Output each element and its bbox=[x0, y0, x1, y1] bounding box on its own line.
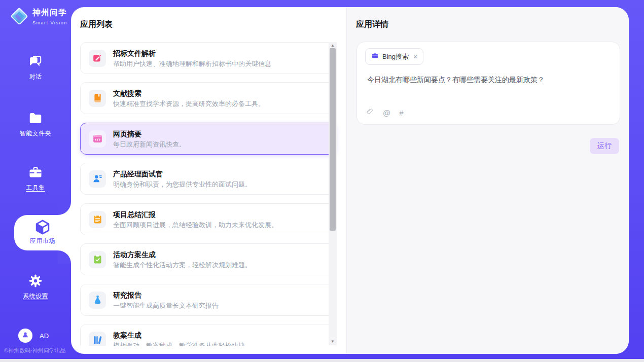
tag-close-icon[interactable]: × bbox=[413, 53, 417, 61]
sidebar-item-label: 智能文件夹 bbox=[0, 129, 71, 138]
app-card-literature-search[interactable]: 文献搜索 快速精准查找学术资源，提高研究效率的必备工具。 bbox=[80, 82, 336, 114]
sidebar-item-label: 工具集 bbox=[0, 184, 71, 192]
app-card-title: 教案生成 bbox=[113, 331, 245, 340]
app-card-lesson-plan[interactable]: 教案生成 模板驱动，教案秒成，教学准备从此轻松快捷 bbox=[80, 324, 336, 346]
app-card-title: 文献搜索 bbox=[113, 89, 265, 98]
app-card-title: 产品经理面试官 bbox=[113, 169, 252, 178]
interviewer-icon bbox=[89, 170, 106, 188]
app-card-desc: 一键智能生成高质量长文本研究报告 bbox=[113, 302, 219, 310]
app-card-desc: 快速精准查找学术资源，提高研究效率的必备工具。 bbox=[113, 100, 265, 108]
app-list-section: 应用列表 招标文件解析 帮助用户快速、准确地理解和解析招标书中的关键信息 文献搜… bbox=[71, 7, 346, 354]
sidebar-item-label: 对话 bbox=[0, 73, 71, 81]
brand: 神州问学 Smart Vision bbox=[9, 6, 71, 28]
app-card-desc: 智能生成个性化活动方案，轻松解决规划难题。 bbox=[113, 261, 252, 269]
sidebar-item-chat[interactable]: 对话 bbox=[0, 54, 71, 81]
app-list: 招标文件解析 帮助用户快速、准确地理解和解析招标书中的关键信息 文献搜索 快速精… bbox=[71, 38, 346, 346]
scroll-down-icon[interactable]: ▼ bbox=[329, 339, 337, 344]
app-card-research-report[interactable]: 研究报告 一键智能生成高质量长文本研究报告 bbox=[80, 284, 336, 316]
cube-icon bbox=[14, 219, 71, 236]
user-icon bbox=[21, 331, 29, 341]
notepad-icon bbox=[89, 211, 106, 228]
scroll-up-icon[interactable]: ▲ bbox=[329, 43, 337, 48]
app-card-desc: 模板驱动，教案秒成，教学准备从此轻松快捷 bbox=[113, 342, 245, 346]
copyright: ©神州数码·神州问学出品 bbox=[4, 347, 66, 354]
book-icon bbox=[89, 90, 106, 107]
app-card-desc: 帮助用户快速、准确地理解和解析招标书中的关键信息 bbox=[113, 60, 271, 68]
sidebar-item-label: 应用市场 bbox=[14, 237, 71, 245]
chat-icon bbox=[0, 54, 71, 70]
sidebar-item-app-market[interactable]: 应用市场 bbox=[14, 215, 71, 250]
avatar[interactable] bbox=[18, 329, 32, 343]
flask-icon bbox=[89, 292, 106, 309]
app-card-web-summary[interactable]: 网页摘要 每日政府新闻资讯快查。 bbox=[80, 123, 336, 155]
sidebar-item-settings[interactable]: 系统设置 bbox=[0, 273, 71, 301]
app-card-title: 项目总结汇报 bbox=[113, 210, 278, 219]
bottom-edge bbox=[0, 359, 644, 362]
app-card-desc: 每日政府新闻资讯快查。 bbox=[113, 140, 186, 149]
app-card-event-plan[interactable]: 活动方案生成 智能生成个性化活动方案，轻松解决规划难题。 bbox=[80, 243, 336, 275]
sidebar: 神州问学 Smart Vision 对话 智能文件夹 工具集 应用市场 系统设置… bbox=[0, 0, 71, 362]
gear-icon bbox=[0, 273, 71, 289]
app-card-title: 招标文件解析 bbox=[113, 49, 271, 58]
user-name: AD bbox=[40, 332, 49, 340]
prompt-toolbar: @ # bbox=[366, 107, 404, 118]
prompt-input[interactable]: 今日湖北有哪些新闻要点？有哪些需要关注的最新政策？ bbox=[367, 75, 607, 85]
scrollbar[interactable]: ▲ ▼ bbox=[329, 42, 337, 345]
brand-tagline: Smart Vision bbox=[32, 20, 67, 25]
app-list-title: 应用列表 bbox=[80, 19, 113, 30]
hash-icon[interactable]: # bbox=[399, 108, 403, 117]
sidebar-item-label: 系统设置 bbox=[0, 292, 71, 301]
app-card-title: 网页摘要 bbox=[113, 129, 186, 138]
tool-tag-bing-search[interactable]: Bing搜索 × bbox=[365, 48, 423, 65]
user-row[interactable]: AD bbox=[18, 329, 49, 343]
app-card-desc: 全面回顾项目进展，总结经验教训，助力未来优化发展。 bbox=[113, 221, 278, 229]
main-panel: 应用列表 招标文件解析 帮助用户快速、准确地理解和解析招标书中的关键信息 文献搜… bbox=[71, 7, 629, 354]
app-detail-title: 应用详情 bbox=[356, 19, 388, 30]
toolbox-icon bbox=[0, 165, 71, 181]
run-button[interactable]: 运行 bbox=[590, 138, 619, 154]
app-card-pm-interviewer[interactable]: 产品经理面试官 明确身份和职责，为您提供专业性的面试问题。 bbox=[80, 163, 336, 195]
sidebar-item-folders[interactable]: 智能文件夹 bbox=[0, 111, 71, 138]
app-detail-section: 应用详情 Bing搜索 × 今日湖北有哪些新闻要点？有哪些需要关注的最新政策？ … bbox=[346, 7, 629, 354]
app-card-title: 研究报告 bbox=[113, 291, 219, 300]
app-card-project-summary[interactable]: 项目总结汇报 全面回顾项目进展，总结经验教训，助力未来优化发展。 bbox=[80, 203, 336, 235]
folder-icon bbox=[0, 111, 71, 127]
attachment-icon[interactable] bbox=[366, 107, 374, 118]
sidebar-item-tools[interactable]: 工具集 bbox=[0, 165, 71, 192]
pen-square-icon bbox=[89, 50, 106, 67]
clipboard-check-icon bbox=[89, 251, 106, 268]
scrollbar-thumb[interactable] bbox=[330, 48, 336, 231]
app-card-title: 活动方案生成 bbox=[113, 250, 252, 259]
tool-tag-label: Bing搜索 bbox=[382, 52, 409, 61]
brand-name: 神州问学 bbox=[32, 8, 67, 17]
app-window: 神州问学 Smart Vision 对话 智能文件夹 工具集 应用市场 系统设置… bbox=[0, 0, 644, 362]
browser-code-icon bbox=[89, 130, 106, 148]
books-icon bbox=[89, 332, 106, 346]
app-card-tender-analysis[interactable]: 招标文件解析 帮助用户快速、准确地理解和解析招标书中的关键信息 bbox=[80, 42, 336, 74]
brand-logo-icon bbox=[9, 6, 29, 28]
briefcase-icon bbox=[371, 52, 379, 61]
app-card-desc: 明确身份和职责，为您提供专业性的面试问题。 bbox=[113, 180, 252, 189]
mention-icon[interactable]: @ bbox=[383, 108, 390, 117]
prompt-card: Bing搜索 × 今日湖北有哪些新闻要点？有哪些需要关注的最新政策？ @ # bbox=[356, 42, 620, 125]
